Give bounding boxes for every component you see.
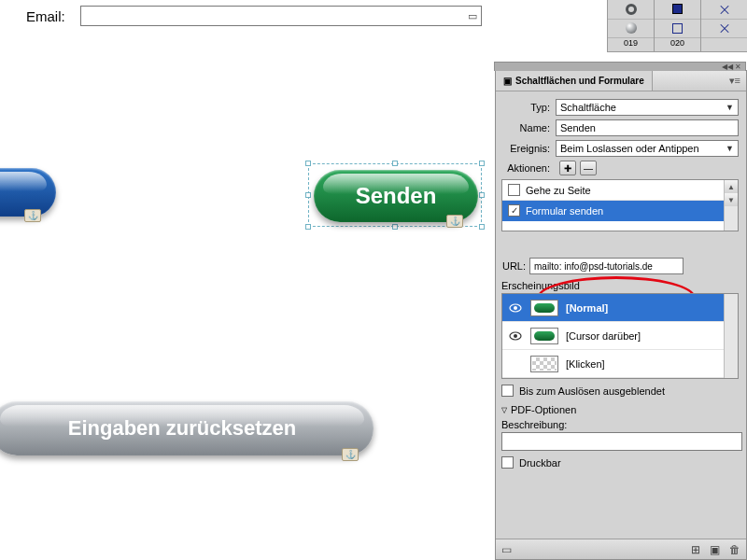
chevron-down-icon: ▼: [726, 144, 734, 153]
swatch-cell[interactable]: [701, 20, 747, 39]
email-label: Email:: [26, 8, 65, 24]
trash-icon[interactable]: 🗑: [729, 543, 740, 556]
swatch-cell[interactable]: [608, 0, 654, 20]
state-thumbnail: [530, 328, 558, 344]
state-label: [Normal]: [566, 302, 608, 314]
button-label: Senden: [356, 183, 437, 209]
section-label: PDF-Optionen: [511, 404, 576, 415]
description-label: Beschreibung:: [501, 419, 739, 430]
new-icon[interactable]: ▣: [710, 543, 720, 556]
field-type-icon: ▭: [468, 10, 477, 22]
svg-point-1: [514, 306, 517, 310]
action-item[interactable]: Gehe zu Seite: [502, 180, 738, 201]
checkbox[interactable]: [508, 184, 520, 196]
selection-bounds[interactable]: Senden ⚓: [308, 163, 482, 227]
state-row[interactable]: [Normal]: [502, 294, 738, 322]
url-input[interactable]: mailto: info@psd-tutorials.de: [529, 258, 684, 274]
preview-icon[interactable]: ▭: [501, 543, 512, 556]
name-label: Name:: [501, 122, 556, 133]
state-label: [Cursor darüber]: [566, 330, 641, 342]
state-thumbnail: [530, 300, 558, 316]
event-dropdown[interactable]: Beim Loslassen oder Antippen ▼: [556, 140, 739, 157]
green-submit-button[interactable]: Senden ⚓: [314, 170, 478, 222]
visibility-icon[interactable]: [508, 357, 523, 371]
convert-icon[interactable]: ⊞: [691, 543, 700, 556]
checkbox[interactable]: [501, 385, 514, 397]
actions-list[interactable]: Gehe zu Seite ✓ Formular senden ▲ ▼: [501, 179, 739, 231]
state-row[interactable]: [Klicken]: [502, 350, 738, 378]
scrollbar[interactable]: [724, 294, 738, 378]
appearance-label: Erscheinungsbild: [501, 280, 739, 291]
svg-point-3: [514, 334, 517, 338]
blue-submit-button[interactable]: en ⚓: [0, 168, 56, 217]
name-input[interactable]: Senden: [556, 119, 739, 136]
panel-menu-icon[interactable]: ▾≡: [724, 75, 746, 87]
input-value: Senden: [560, 122, 596, 133]
action-label: Gehe zu Seite: [526, 185, 591, 196]
actions-label: Aktionen:: [501, 162, 556, 174]
checkbox[interactable]: ✓: [508, 204, 520, 217]
anchor-icon: ⚓: [446, 215, 463, 228]
visibility-icon[interactable]: [508, 329, 523, 343]
visibility-icon[interactable]: [508, 301, 523, 315]
swatch-label: 020: [655, 38, 700, 51]
state-thumbnail: [530, 356, 558, 372]
action-label: Formular senden: [526, 205, 603, 217]
printable-label: Druckbar: [519, 457, 561, 469]
scrollbar[interactable]: ▲ ▼: [724, 180, 738, 231]
panel-tab[interactable]: ▣ Schaltflächen und Formulare: [496, 71, 653, 91]
swatch-cell[interactable]: [701, 0, 747, 20]
panel-tab-label: Schaltflächen und Formulare: [515, 76, 644, 86]
checkbox[interactable]: [501, 456, 514, 469]
hide-until-trigger-label: Bis zum Auslösen ausgeblendet: [519, 385, 665, 397]
disclosure-triangle-icon: ▽: [501, 406, 507, 414]
swatch-cell[interactable]: [655, 0, 700, 20]
type-dropdown[interactable]: Schaltfläche ▼: [556, 99, 739, 116]
grey-reset-button[interactable]: Eingaben zurücksetzen ⚓: [0, 401, 374, 455]
swatch-label: 019: [608, 38, 654, 51]
anchor-icon: ⚓: [24, 209, 41, 222]
state-list[interactable]: [Normal] [Cursor darüber] [Klicken]: [501, 293, 739, 379]
swatch-strip: 019 020: [607, 0, 747, 52]
button-label: Eingaben zurücksetzen: [68, 416, 297, 441]
state-label: [Klicken]: [566, 358, 605, 370]
type-label: Typ:: [501, 102, 556, 113]
swatch-cell[interactable]: [608, 20, 654, 39]
buttons-forms-panel: ◀◀ ✕ ▣ Schaltflächen und Formulare ▾≡ Ty…: [495, 70, 747, 560]
dropdown-value: Schaltfläche: [560, 102, 616, 113]
panel-grip[interactable]: ◀◀ ✕: [494, 62, 746, 71]
description-input[interactable]: [501, 432, 742, 451]
input-value: mailto: info@psd-tutorials.de: [534, 261, 653, 272]
dropdown-value: Beim Loslassen oder Antippen: [560, 143, 699, 154]
action-item[interactable]: ✓ Formular senden: [502, 201, 738, 221]
pdf-options-disclosure[interactable]: ▽ PDF-Optionen: [501, 404, 739, 415]
url-label: URL:: [501, 260, 529, 272]
swatch-cell[interactable]: [655, 20, 700, 39]
state-row[interactable]: [Cursor darüber]: [502, 322, 738, 350]
swatch-label: [701, 38, 747, 51]
document-canvas: Email: ▭ en ⚓ Senden ⚓ Eingaben zurückse…: [0, 0, 495, 560]
panel-footer: ▭ ⊞ ▣ 🗑: [496, 539, 746, 559]
form-icon: ▣: [503, 76, 512, 86]
email-text-field[interactable]: ▭: [80, 6, 482, 26]
scroll-down-icon[interactable]: ▼: [725, 193, 738, 206]
chevron-down-icon: ▼: [726, 103, 734, 112]
event-label: Ereignis:: [501, 143, 556, 154]
scroll-up-icon[interactable]: ▲: [725, 180, 738, 193]
anchor-icon: ⚓: [342, 448, 359, 461]
remove-action-button[interactable]: —: [580, 161, 597, 175]
add-action-button[interactable]: ✚: [559, 161, 576, 175]
